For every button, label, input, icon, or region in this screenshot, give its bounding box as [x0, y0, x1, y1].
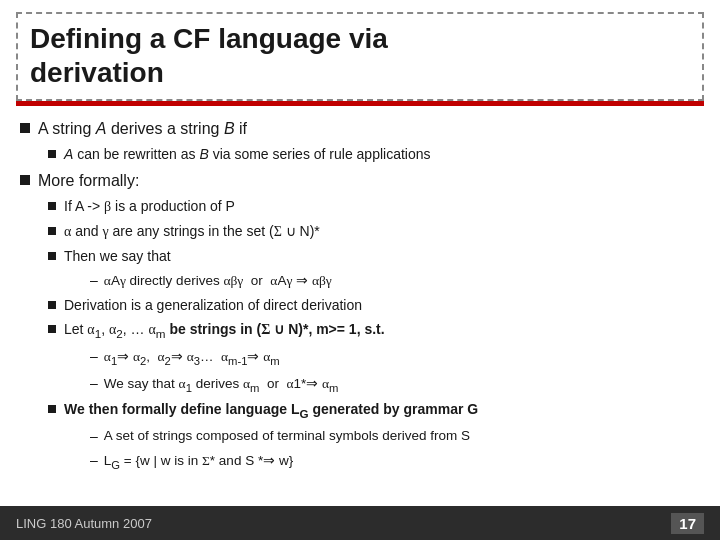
- bullet-2-sub4-text: Derivation is a generalization of direct…: [64, 297, 362, 313]
- dash-3-text: We say that α1 derives αm or α1*⇒ αm: [104, 375, 339, 394]
- bullet-icon-2-6: [48, 405, 56, 413]
- dash-item-4: – A set of strings composed of terminal …: [90, 428, 700, 444]
- title-line2: derivation: [30, 56, 690, 90]
- bullet-1-sub1-text: A can be rewritten as B via some series …: [64, 146, 431, 162]
- dash-2-text: α1⇒ α2, α2⇒ α3… αm-1⇒ αm: [104, 348, 280, 367]
- bullet-icon-2-2: [48, 227, 56, 235]
- dash-item-2: – α1⇒ α2, α2⇒ α3… αm-1⇒ αm: [90, 348, 700, 367]
- bullet-1-sub1: A can be rewritten as B via some series …: [48, 146, 700, 162]
- bullet-1-text: A string A derives a string B if: [38, 120, 247, 138]
- bullet-icon-2-5: [48, 325, 56, 333]
- bullet-2-sub3: Then we say that: [48, 248, 700, 264]
- title-line1: Defining a CF language via: [30, 22, 690, 56]
- bullet-2-sub2: α and γ are any strings in the set (Σ ∪ …: [48, 223, 700, 240]
- dash-icon-1: –: [90, 272, 98, 288]
- footer: LING 180 Autumn 2007 17: [0, 506, 720, 540]
- slide: Defining a CF language via derivation A …: [0, 0, 720, 540]
- bullet-2: More formally:: [20, 172, 700, 190]
- title-area: Defining a CF language via derivation: [16, 12, 704, 101]
- bullet-2-sub1: If A -> β is a production of P: [48, 198, 700, 215]
- bullet-2-sub5-text: Let α1, α2, … αm be strings in (Σ ∪ N)*,…: [64, 321, 385, 340]
- dash-item-5: – LG = {w | w is in Σ* and S *⇒ w}: [90, 452, 700, 471]
- bullet-1: A string A derives a string B if: [20, 120, 700, 138]
- dash-icon-3: –: [90, 375, 98, 391]
- dash-item-1: – αAγ directly derives αβγ or αAγ ⇒ αβγ: [90, 272, 700, 289]
- bullet-2-sub6: We then formally define language LG gene…: [48, 401, 700, 420]
- bullet-icon-1: [20, 123, 30, 133]
- bullet-2-sub3-text: Then we say that: [64, 248, 171, 264]
- bullet-icon-1-1: [48, 150, 56, 158]
- footer-course: LING 180 Autumn 2007: [16, 516, 152, 531]
- dash-icon-2: –: [90, 348, 98, 364]
- dash-item-3: – We say that α1 derives αm or α1*⇒ αm: [90, 375, 700, 394]
- dash-icon-4: –: [90, 428, 98, 444]
- bullet-icon-2-4: [48, 301, 56, 309]
- bullet-2-text: More formally:: [38, 172, 139, 190]
- content-area: A string A derives a string B if A can b…: [0, 106, 720, 506]
- bullet-2-sub4: Derivation is a generalization of direct…: [48, 297, 700, 313]
- bullet-2-sub2-text: α and γ are any strings in the set (Σ ∪ …: [64, 223, 320, 240]
- footer-page: 17: [671, 513, 704, 534]
- bullet-icon-2-3: [48, 252, 56, 260]
- bullet-2-sub5: Let α1, α2, … αm be strings in (Σ ∪ N)*,…: [48, 321, 700, 340]
- bullet-icon-2: [20, 175, 30, 185]
- dash-icon-5: –: [90, 452, 98, 468]
- dash-1-text: αAγ directly derives αβγ or αAγ ⇒ αβγ: [104, 272, 332, 289]
- dash-4-text: A set of strings composed of terminal sy…: [104, 428, 470, 443]
- dash-5-text: LG = {w | w is in Σ* and S *⇒ w}: [104, 452, 293, 471]
- bullet-icon-2-1: [48, 202, 56, 210]
- bullet-2-sub1-text: If A -> β is a production of P: [64, 198, 235, 215]
- bullet-2-sub6-text: We then formally define language LG gene…: [64, 401, 478, 420]
